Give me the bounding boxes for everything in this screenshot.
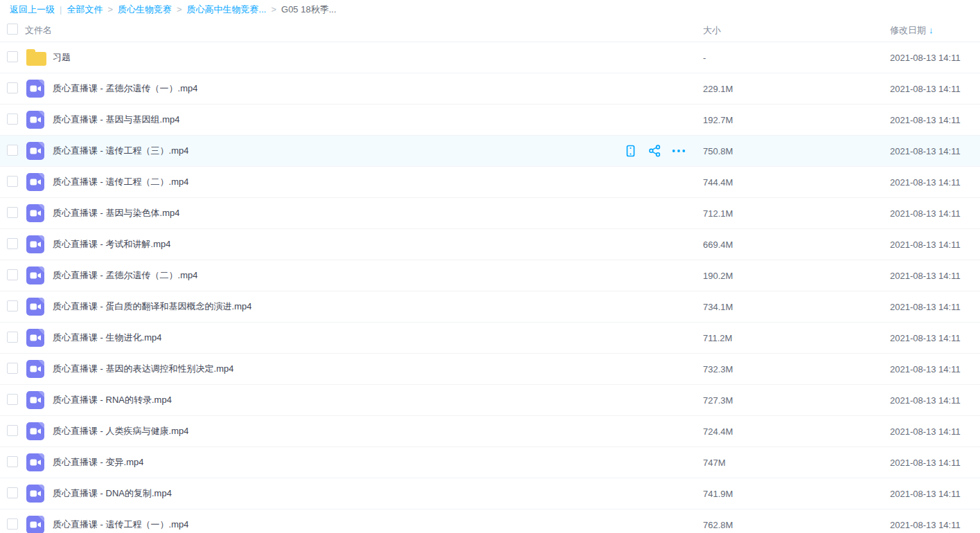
file-date: 2021-08-13 14:11 [890, 395, 980, 406]
file-icon-cell [25, 173, 53, 191]
file-name[interactable]: 质心直播课 - DNA的复制.mp4 [53, 487, 172, 500]
row-checkbox[interactable] [7, 269, 18, 280]
file-row[interactable]: 质心直播课 - 人类疾病与健康.mp4 724.4M 2021-08-13 14… [0, 416, 980, 447]
file-date: 2021-08-13 14:11 [890, 240, 980, 250]
breadcrumb-link[interactable]: 质心高中生物竞赛... [187, 3, 267, 16]
row-checkbox[interactable] [7, 145, 18, 156]
file-row[interactable]: 质心直播课 - 变异.mp4 747M 2021-08-13 14:11 [0, 447, 980, 478]
file-icon-cell [25, 266, 53, 284]
file-row[interactable]: 质心直播课 - 孟德尔遗传（二）.mp4 190.2M 2021-08-13 1… [0, 260, 980, 291]
file-icon-cell [25, 142, 53, 160]
file-name[interactable]: 质心直播课 - 人类疾病与健康.mp4 [53, 425, 188, 437]
save-to-device-icon[interactable] [623, 144, 637, 158]
row-checkbox[interactable] [7, 176, 18, 187]
row-checkbox[interactable] [7, 114, 18, 125]
row-checkbox-cell [0, 145, 25, 158]
file-list: 习题 - 2021-08-13 14:11 质心直播课 - 孟德尔遗传（一）.m… [0, 42, 980, 533]
row-checkbox[interactable] [7, 300, 18, 311]
file-icon-cell [25, 516, 53, 533]
file-row[interactable]: 质心直播课 - 蛋白质的翻译和基因概念的演进.mp4 734.1M 2021-0… [0, 291, 980, 323]
video-file-icon [26, 516, 44, 533]
file-row[interactable]: 质心直播课 - 遗传工程（一）.mp4 762.8M 2021-08-13 14… [0, 509, 980, 533]
file-name[interactable]: 质心直播课 - 基因与基因组.mp4 [53, 114, 179, 126]
file-row[interactable]: 质心直播课 - 基因与染色体.mp4 712.1M 2021-08-13 14:… [0, 198, 980, 229]
video-file-icon [26, 266, 44, 284]
video-file-icon [26, 111, 44, 129]
file-row[interactable]: 质心直播课 - 孟德尔遗传（一）.mp4 229.1M 2021-08-13 1… [0, 73, 980, 105]
file-name[interactable]: 质心直播课 - 蛋白质的翻译和基因概念的演进.mp4 [53, 300, 251, 313]
file-row[interactable]: 质心直播课 - 生物进化.mp4 711.2M 2021-08-13 14:11 [0, 323, 980, 354]
file-name[interactable]: 习题 [53, 51, 71, 64]
file-date: 2021-08-13 14:11 [890, 271, 980, 281]
file-size: 669.4M [703, 240, 890, 250]
file-row[interactable]: 质心直播课 - 基因的表达调控和性别决定.mp4 732.3M 2021-08-… [0, 354, 980, 385]
file-row[interactable]: 质心直播课 - DNA的复制.mp4 741.9M 2021-08-13 14:… [0, 478, 980, 509]
file-name[interactable]: 质心直播课 - 基因与染色体.mp4 [53, 207, 179, 219]
file-size: 712.1M [703, 208, 890, 219]
file-icon-cell [25, 298, 53, 316]
file-name[interactable]: 质心直播课 - 孟德尔遗传（一）.mp4 [53, 82, 197, 95]
file-date: 2021-08-13 14:11 [890, 364, 980, 374]
row-checkbox[interactable] [7, 487, 18, 498]
file-date: 2021-08-13 14:11 [890, 520, 980, 530]
file-name[interactable]: 质心直播课 - 考试和讲解.mp4 [53, 238, 170, 251]
row-checkbox[interactable] [7, 51, 18, 62]
row-checkbox[interactable] [7, 394, 18, 405]
header-checkbox-cell [0, 24, 25, 37]
select-all-checkbox[interactable] [7, 24, 18, 35]
file-size: 762.8M [703, 520, 890, 530]
file-name[interactable]: 质心直播课 - RNA的转录.mp4 [53, 394, 172, 406]
table-header: 文件名 大小 修改日期↓ [0, 19, 980, 42]
file-icon-cell [25, 422, 53, 440]
breadcrumb-back-link[interactable]: 返回上一级 [10, 3, 55, 16]
column-header-filename[interactable]: 文件名 [25, 24, 703, 37]
file-row[interactable]: 质心直播课 - RNA的转录.mp4 727.3M 2021-08-13 14:… [0, 385, 980, 416]
row-checkbox-cell [0, 363, 25, 376]
share-icon[interactable] [648, 144, 661, 158]
row-checkbox[interactable] [7, 518, 18, 530]
more-actions-icon[interactable] [672, 144, 686, 158]
breadcrumb-link[interactable]: 质心生物竞赛 [118, 3, 172, 16]
row-checkbox[interactable] [7, 456, 18, 467]
file-name-cell: 质心直播课 - 人类疾病与健康.mp4 [53, 416, 703, 446]
row-checkbox[interactable] [7, 425, 18, 436]
file-date: 2021-08-13 14:11 [890, 302, 980, 312]
file-row[interactable]: 质心直播课 - 遗传工程（三）.mp4 [0, 136, 980, 167]
video-file-icon [26, 391, 44, 409]
file-date: 2021-08-13 14:11 [890, 208, 980, 219]
file-size: 744.4M [703, 177, 890, 188]
row-checkbox[interactable] [7, 238, 18, 249]
file-name[interactable]: 质心直播课 - 基因的表达调控和性别决定.mp4 [53, 363, 233, 375]
row-checkbox-cell [0, 425, 25, 438]
file-name-cell: 质心直播课 - DNA的复制.mp4 [53, 478, 703, 509]
file-row[interactable]: 习题 - 2021-08-13 14:11 [0, 42, 980, 73]
column-header-date[interactable]: 修改日期↓ [890, 24, 980, 37]
row-checkbox-cell [0, 300, 25, 314]
file-name[interactable]: 质心直播课 - 遗传工程（三）.mp4 [53, 145, 188, 157]
file-name[interactable]: 质心直播课 - 遗传工程（二）.mp4 [53, 176, 188, 188]
file-name-cell: 质心直播课 - 遗传工程（三）.mp4 [53, 136, 703, 166]
file-name[interactable]: 质心直播课 - 孟德尔遗传（二）.mp4 [53, 269, 197, 282]
file-name[interactable]: 质心直播课 - 生物进化.mp4 [53, 332, 161, 344]
file-size: 734.1M [703, 302, 890, 312]
file-name-cell: 质心直播课 - 基因与基因组.mp4 [53, 105, 703, 135]
video-file-icon [26, 422, 44, 440]
row-checkbox[interactable] [7, 363, 18, 374]
row-checkbox[interactable] [7, 207, 18, 218]
breadcrumb-link[interactable]: 全部文件 [66, 3, 103, 16]
file-name[interactable]: 质心直播课 - 变异.mp4 [53, 456, 143, 469]
file-row[interactable]: 质心直播课 - 考试和讲解.mp4 669.4M 2021-08-13 14:1… [0, 229, 980, 260]
row-checkbox[interactable] [7, 332, 18, 343]
row-checkbox[interactable] [7, 82, 18, 93]
file-name[interactable]: 质心直播课 - 遗传工程（一）.mp4 [53, 518, 188, 531]
column-header-size[interactable]: 大小 [703, 24, 890, 37]
file-name-cell: 质心直播课 - 遗传工程（二）.mp4 [53, 167, 703, 197]
file-row[interactable]: 质心直播课 - 遗传工程（二）.mp4 744.4M 2021-08-13 14… [0, 167, 980, 198]
video-file-icon [26, 173, 44, 191]
file-name-cell: 习题 [53, 42, 703, 73]
file-size: 229.1M [703, 84, 890, 94]
breadcrumb-current: G05 18秋季... [281, 3, 336, 16]
file-row[interactable]: 质心直播课 - 基因与基因组.mp4 192.7M 2021-08-13 14:… [0, 105, 980, 136]
video-file-icon [26, 235, 44, 253]
file-name-cell: 质心直播课 - 生物进化.mp4 [53, 323, 703, 353]
